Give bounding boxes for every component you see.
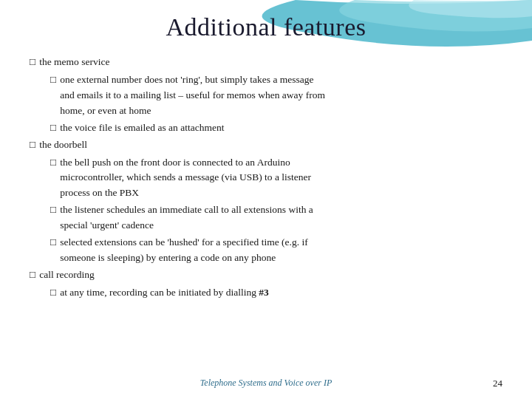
list-item: □ call recording	[30, 267, 502, 283]
page-title: Additional features	[30, 13, 502, 41]
main-content: Additional features □ the memo service □…	[0, 0, 532, 310]
footer-page-number: 24	[493, 378, 502, 389]
item-text: selected extensions can be 'hushed' for …	[60, 235, 502, 266]
bullet-icon: □	[30, 137, 35, 153]
list-item: □ the voice file is emailed as an attach…	[50, 120, 502, 136]
bullet-icon: □	[50, 202, 56, 218]
bullet-icon: □	[50, 155, 56, 171]
bold-text: #3	[259, 287, 269, 298]
bullet-icon: □	[50, 120, 56, 136]
item-text: at any time, recording can be initiated …	[60, 285, 502, 301]
item-text: the bell push on the front door is conne…	[60, 155, 502, 202]
item-text: the memo service	[39, 55, 502, 70]
item-text: call recording	[39, 267, 502, 283]
list-item: □ one external number does not 'ring', b…	[50, 72, 502, 119]
list-item: □ the doorbell	[30, 137, 502, 153]
list-item: □ the listener schedules an immediate ca…	[50, 202, 502, 233]
bullet-icon: □	[50, 72, 56, 88]
footer: Telephone Systems and Voice over IP 24	[0, 378, 532, 389]
bullet-icon: □	[30, 55, 35, 70]
bullet-icon: □	[50, 235, 56, 250]
bullet-icon: □	[30, 267, 35, 283]
bullet-icon: □	[50, 285, 56, 301]
list-item: □ at any time, recording can be initiate…	[50, 285, 502, 301]
item-text: the listener schedules an immediate call…	[60, 202, 502, 233]
list-item: □ selected extensions can be 'hushed' fo…	[50, 235, 502, 266]
footer-title: Telephone Systems and Voice over IP	[30, 378, 502, 389]
list-item: □ the memo service	[30, 55, 502, 70]
bullet-list: □ the memo service □ one external number…	[30, 55, 502, 301]
item-text: the voice file is emailed as an attachme…	[60, 120, 502, 136]
item-text: one external number does not 'ring', but…	[60, 72, 502, 119]
item-text: the doorbell	[39, 137, 502, 153]
list-item: □ the bell push on the front door is con…	[50, 155, 502, 202]
